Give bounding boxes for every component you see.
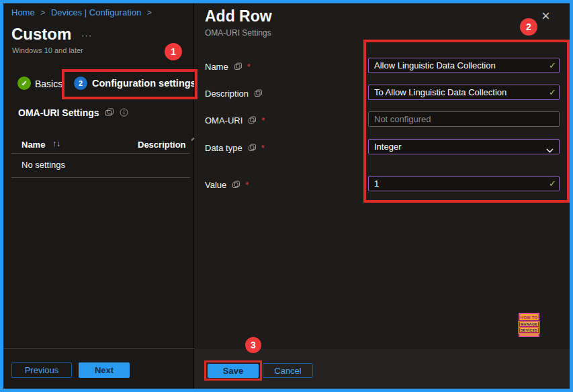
table-header-divider xyxy=(11,153,190,154)
name-field-label: Name* xyxy=(205,62,251,72)
page-subtitle: Windows 10 and later xyxy=(12,46,83,54)
value-input[interactable] xyxy=(368,176,560,191)
save-button[interactable]: Save xyxy=(208,364,259,378)
table-header-description[interactable]: Description xyxy=(138,140,186,150)
annotation-badge-2: 2 xyxy=(520,18,537,36)
panel-title: Add Row xyxy=(205,7,272,26)
table-empty-row: No settings xyxy=(21,160,65,170)
previous-button[interactable]: Previous xyxy=(11,362,72,378)
oma-uri-settings-heading-text: OMA-URI Settings xyxy=(18,107,99,118)
sort-arrows-icon[interactable]: ↑↓ xyxy=(52,139,60,148)
copy-icon[interactable] xyxy=(232,181,240,191)
tab-basics[interactable]: Basics xyxy=(35,79,62,89)
oma-uri-settings-heading: OMA-URI Settings xyxy=(18,107,128,119)
data-type-selected-value: Integer xyxy=(374,142,401,152)
next-button[interactable]: Next xyxy=(79,362,130,378)
data-type-field-label: Data type* xyxy=(205,143,265,154)
htmd-logo-line1: HOW TO xyxy=(521,315,538,320)
breadcrumb: Home > Devices | Configuration > xyxy=(11,7,155,17)
copy-icon[interactable] xyxy=(248,116,257,126)
annotation-badge-3: 3 xyxy=(245,337,261,353)
page-title: Custom xyxy=(11,25,71,44)
config-step-badge: 2 xyxy=(74,77,87,90)
copy-icon[interactable] xyxy=(105,108,114,119)
copy-icon[interactable] xyxy=(248,144,257,154)
description-input[interactable] xyxy=(368,85,560,100)
description-label-text: Description xyxy=(205,89,249,99)
valid-check-icon: ✓ xyxy=(549,60,556,70)
basics-complete-check-icon: ✓ xyxy=(17,77,31,90)
required-asterisk: * xyxy=(245,180,249,190)
table-row-divider xyxy=(11,177,190,178)
oma-uri-input[interactable] xyxy=(368,111,560,127)
close-icon[interactable]: × xyxy=(541,9,550,23)
valid-check-icon: ✓ xyxy=(549,87,556,97)
oma-uri-label-text: OMA-URI xyxy=(205,115,243,126)
annotation-badge-1: 1 xyxy=(165,43,182,60)
chevron-right-icon: > xyxy=(147,8,152,17)
chevron-right-icon: > xyxy=(40,8,45,17)
intune-custom-profile-window: Home > Devices | Configuration > Custom … xyxy=(0,0,573,392)
data-type-label-text: Data type xyxy=(205,143,243,153)
copy-icon[interactable] xyxy=(254,89,263,99)
copy-icon[interactable] xyxy=(234,62,243,72)
valid-check-icon: ✓ xyxy=(549,179,556,189)
panel-subtitle: OMA-URI Settings xyxy=(205,28,271,38)
htmd-logo-line3: DEVICES xyxy=(519,328,539,333)
step-number: 2 xyxy=(79,79,83,87)
name-input[interactable] xyxy=(368,58,560,73)
breadcrumb-home-link[interactable]: Home xyxy=(11,7,35,17)
oma-uri-field-label: OMA-URI* xyxy=(205,115,265,126)
required-asterisk: * xyxy=(247,62,251,72)
wizard-pane xyxy=(3,3,193,389)
value-label-text: Value xyxy=(205,180,226,190)
value-field-label: Value* xyxy=(205,180,249,191)
table-header-name[interactable]: Name xyxy=(21,140,45,150)
tab-configuration-settings[interactable]: Configuration settings xyxy=(92,78,196,89)
chevron-down-icon xyxy=(546,145,554,155)
name-label-text: Name xyxy=(205,62,228,72)
htmd-logo: HOW TO MANAGEDEVICES xyxy=(519,313,539,337)
check-glyph: ✓ xyxy=(21,79,27,88)
required-asterisk: * xyxy=(261,115,265,126)
more-menu-icon[interactable]: ··· xyxy=(81,30,92,40)
breadcrumb-devices-configuration-link[interactable]: Devices | Configuration xyxy=(51,7,141,17)
data-type-select[interactable]: Integer xyxy=(368,139,560,154)
htmd-logo-box: MANAGEDEVICES xyxy=(518,320,541,334)
htmd-logo-line2: MANAGE xyxy=(519,322,539,327)
required-asterisk: * xyxy=(261,143,265,153)
cancel-button[interactable]: Cancel xyxy=(263,363,313,378)
info-icon[interactable] xyxy=(120,108,128,119)
description-field-label: Description xyxy=(205,89,263,99)
